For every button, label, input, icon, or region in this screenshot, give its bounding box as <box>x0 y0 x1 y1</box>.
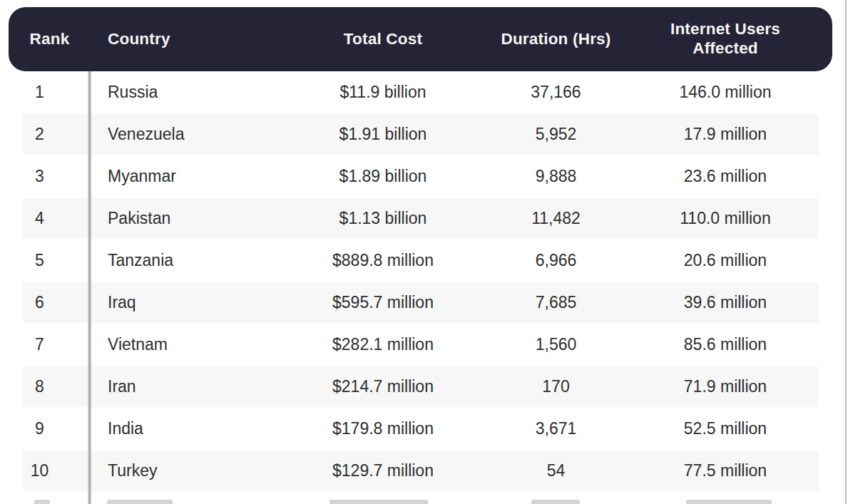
cell-internet-users-affected: 146.0 million <box>618 83 832 102</box>
cell-internet-users-affected: 71.9 million <box>618 377 832 396</box>
cell-duration-hrs: 7,685 <box>494 293 618 312</box>
cell-rank: 5 <box>9 251 91 270</box>
partial-cost-text <box>330 500 428 504</box>
cell-total-cost: $214.7 million <box>272 377 494 396</box>
column-header-label: Internet Users Affected <box>656 20 795 58</box>
cell-country: Russia <box>91 83 272 102</box>
cell-duration-hrs: 9,888 <box>494 167 618 186</box>
column-header-total-cost: Total Cost <box>272 30 494 49</box>
table-row: 10Turkey$129.7 million5477.5 million <box>9 450 832 492</box>
table-row: 8Iran$214.7 million17071.9 million <box>9 366 832 408</box>
cell-duration-hrs: 170 <box>494 377 618 396</box>
table-row: 5Tanzania$889.8 million6,96620.6 million <box>9 240 832 282</box>
cost-of-internet-shutdowns-table: RankCountryTotal CostDuration (Hrs)Inter… <box>0 0 848 504</box>
cell-total-cost: $129.7 million <box>272 461 494 480</box>
table-header-row: RankCountryTotal CostDuration (Hrs)Inter… <box>9 7 832 71</box>
column-header-label: Total Cost <box>344 30 422 49</box>
cell-duration-hrs: 6,966 <box>494 251 618 270</box>
column-header-rank: Rank <box>9 30 91 49</box>
table-row: 1Russia$11.9 billion37,166146.0 million <box>9 71 832 113</box>
cell-rank: 10 <box>9 461 91 480</box>
column-header-label: Rank <box>30 30 70 49</box>
cell-country: Turkey <box>91 461 272 480</box>
table-row: 7Vietnam$282.1 million1,56085.6 million <box>9 324 832 366</box>
table-row: 3Myanmar$1.89 billion9,88823.6 million <box>9 155 832 197</box>
cell-duration-hrs: 5,952 <box>494 125 618 144</box>
cell-internet-users-affected: 77.5 million <box>618 461 832 480</box>
cell-country: Iraq <box>91 293 272 312</box>
column-header-duration-hrs: Duration (Hrs) <box>494 30 618 49</box>
cell-country: Vietnam <box>91 335 272 354</box>
table-body: 1Russia$11.9 billion37,166146.0 million2… <box>0 71 848 492</box>
cell-duration-hrs: 37,166 <box>494 83 618 102</box>
table-row: 6Iraq$595.7 million7,68539.6 million <box>9 282 832 324</box>
cell-total-cost: $1.13 billion <box>272 209 494 228</box>
cell-duration-hrs: 11,482 <box>494 209 618 228</box>
rank-column-divider <box>88 71 91 504</box>
column-header-label: Country <box>108 30 170 49</box>
cell-country: Iran <box>91 377 272 396</box>
cell-total-cost: $179.8 million <box>272 419 494 438</box>
cell-internet-users-affected: 39.6 million <box>618 293 832 312</box>
cell-total-cost: $595.7 million <box>272 293 494 312</box>
cell-internet-users-affected: 85.6 million <box>618 335 832 354</box>
cell-country: India <box>91 419 272 438</box>
cell-internet-users-affected: 23.6 million <box>618 167 832 186</box>
cell-internet-users-affected: 20.6 million <box>618 251 832 270</box>
cell-internet-users-affected: 52.5 million <box>618 419 832 438</box>
cell-duration-hrs: 54 <box>494 461 618 480</box>
column-header-internet-users-affected: Internet Users Affected <box>618 20 832 58</box>
cell-rank: 9 <box>9 419 91 438</box>
partial-duration-text <box>531 500 580 504</box>
table-row: 9India$179.8 million3,67152.5 million <box>9 408 832 450</box>
cell-total-cost: $282.1 million <box>272 335 494 354</box>
cell-rank: 2 <box>9 125 91 144</box>
cell-rank: 1 <box>9 83 91 102</box>
cell-duration-hrs: 1,560 <box>494 335 618 354</box>
cell-internet-users-affected: 110.0 million <box>618 209 832 228</box>
cell-rank: 6 <box>9 293 91 312</box>
cell-rank: 7 <box>9 335 91 354</box>
partial-rank-text <box>34 500 50 504</box>
cell-country: Venezuela <box>91 125 272 144</box>
cell-total-cost: $11.9 billion <box>272 83 494 102</box>
cell-total-cost: $1.89 billion <box>272 167 494 186</box>
partial-country-text <box>107 500 173 504</box>
cell-country: Tanzania <box>91 251 272 270</box>
cell-rank: 4 <box>9 209 91 228</box>
partial-users-text <box>686 500 772 504</box>
page-edge-line <box>845 0 847 504</box>
cell-total-cost: $889.8 million <box>272 251 494 270</box>
cell-country: Pakistan <box>91 209 272 228</box>
partial-table-row-cutoff <box>0 492 848 504</box>
cell-total-cost: $1.91 billion <box>272 125 494 144</box>
cell-rank: 3 <box>9 167 91 186</box>
cell-rank: 8 <box>9 377 91 396</box>
table-row: 2Venezuela$1.91 billion5,95217.9 million <box>9 113 832 155</box>
cell-internet-users-affected: 17.9 million <box>618 125 832 144</box>
cell-country: Myanmar <box>91 167 272 186</box>
cell-duration-hrs: 3,671 <box>494 419 618 438</box>
column-header-label: Duration (Hrs) <box>501 30 611 49</box>
column-header-country: Country <box>91 30 272 49</box>
table-row: 4Pakistan$1.13 billion11,482110.0 millio… <box>9 197 832 240</box>
